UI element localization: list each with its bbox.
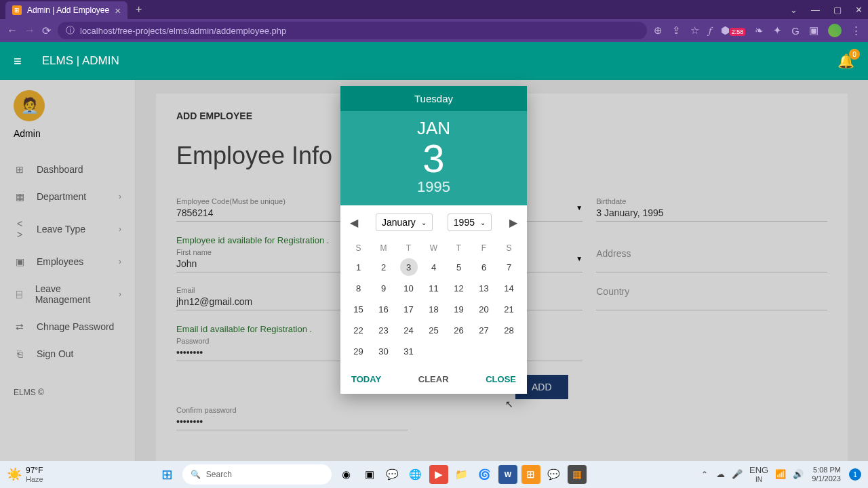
- explorer-icon[interactable]: 📁: [452, 465, 471, 484]
- day-of-week: T: [396, 239, 421, 257]
- calendar-day[interactable]: 14: [496, 278, 521, 299]
- calendar-day[interactable]: 4: [421, 257, 446, 278]
- day-of-week: W: [421, 239, 446, 257]
- onedrive-icon[interactable]: ☁: [716, 469, 725, 479]
- next-month-button[interactable]: ▶: [507, 216, 520, 229]
- back-button[interactable]: ←: [7, 24, 18, 37]
- menu-icon[interactable]: ⋮: [851, 24, 861, 37]
- calendar-day[interactable]: 22: [346, 320, 371, 341]
- app-header: ≡ ELMS | ADMIN 🔔0: [0, 42, 868, 80]
- calendar-day[interactable]: 30: [371, 341, 396, 362]
- mic-icon[interactable]: 🎤: [732, 469, 743, 479]
- temperature: 97°F: [26, 466, 43, 475]
- calendar-day[interactable]: 9: [371, 278, 396, 299]
- calendar-day[interactable]: 13: [471, 278, 496, 299]
- lang-indicator[interactable]: ENG: [749, 466, 768, 475]
- close-button[interactable]: CLOSE: [486, 374, 516, 384]
- weather-cond: Haze: [26, 475, 43, 483]
- calendar-day[interactable]: 7: [496, 257, 521, 278]
- calendar-day[interactable]: 29: [346, 341, 371, 362]
- google-icon[interactable]: G: [791, 25, 800, 37]
- calendar-day[interactable]: 6: [471, 257, 496, 278]
- maximize-button[interactable]: ▢: [833, 5, 842, 15]
- calendar-day[interactable]: 11: [421, 278, 446, 299]
- calendar-day[interactable]: 2: [371, 257, 396, 278]
- wifi-icon[interactable]: 📶: [775, 469, 786, 479]
- url-text: localhost/free-projects/elms/admin/addem…: [80, 26, 286, 36]
- sidepanel-icon[interactable]: ▣: [809, 24, 818, 37]
- profile-avatar[interactable]: [828, 24, 842, 37]
- calendar-day[interactable]: 18: [421, 299, 446, 320]
- calendar-day[interactable]: 31: [396, 341, 421, 362]
- tray-chevron-icon[interactable]: ⌃: [701, 470, 708, 479]
- menu-toggle-icon[interactable]: ≡: [14, 54, 22, 69]
- start-button[interactable]: ⊞: [158, 465, 177, 484]
- xampp-icon[interactable]: ⊞: [521, 465, 540, 484]
- clear-button[interactable]: CLEAR: [418, 374, 449, 384]
- word-icon[interactable]: W: [498, 465, 517, 484]
- calendar-day[interactable]: 28: [496, 320, 521, 341]
- browser-tab[interactable]: ⊞ Admin | Add Employee ×: [5, 1, 127, 19]
- browser-titlebar: ⊞ Admin | Add Employee × + ⌄ ― ▢ ✕: [0, 0, 868, 19]
- datepicker-year-big[interactable]: 1995: [340, 178, 527, 196]
- year-select[interactable]: 1995⌄: [448, 214, 492, 231]
- extensions-icon[interactable]: ✦: [773, 24, 782, 37]
- notifications-tray-icon[interactable]: 1: [849, 468, 861, 481]
- whatsapp-icon[interactable]: 💬: [545, 465, 564, 484]
- calendar-day[interactable]: 27: [471, 320, 496, 341]
- app-icon[interactable]: ▶: [429, 465, 448, 484]
- close-window-button[interactable]: ✕: [855, 5, 863, 15]
- edge-icon[interactable]: 🌀: [475, 465, 494, 484]
- calendar-day[interactable]: 19: [446, 299, 471, 320]
- region-indicator: IN: [749, 476, 768, 483]
- share-icon[interactable]: ⇪: [672, 24, 681, 37]
- clock[interactable]: 5:08 PM 9/1/2023: [812, 466, 841, 483]
- calendar-day[interactable]: 26: [446, 320, 471, 341]
- calendar-day[interactable]: 20: [471, 299, 496, 320]
- taskbar-search[interactable]: 🔍 Search: [182, 464, 332, 485]
- minimize-button[interactable]: ―: [811, 5, 820, 15]
- new-tab-button[interactable]: +: [136, 3, 142, 16]
- calendar-day[interactable]: 8: [346, 278, 371, 299]
- calendar-day[interactable]: 25: [421, 320, 446, 341]
- volume-icon[interactable]: 🔊: [793, 469, 804, 479]
- notifications-button[interactable]: 🔔0: [837, 53, 854, 69]
- chrome-icon[interactable]: 🌐: [406, 465, 425, 484]
- teams-icon[interactable]: 💬: [383, 465, 402, 484]
- chevron-down-icon: ⌄: [480, 219, 486, 226]
- calendar-day[interactable]: 15: [346, 299, 371, 320]
- day-of-week: S: [346, 239, 371, 257]
- close-tab-icon[interactable]: ×: [115, 5, 121, 16]
- chevron-down-icon: ⌄: [421, 219, 427, 226]
- chevron-down-icon[interactable]: ⌄: [790, 5, 797, 15]
- calendar-day[interactable]: 16: [371, 299, 396, 320]
- calendar-day[interactable]: 24: [396, 320, 421, 341]
- extension-icon[interactable]: 𝑓: [709, 24, 711, 37]
- taskbar: ☀️ 97°F Haze ⊞ 🔍 Search ◉ ▣ 💬 🌐 ▶ 📁 🌀 W …: [0, 461, 868, 488]
- site-info-icon[interactable]: ⓘ: [66, 24, 75, 37]
- calendar-day[interactable]: 21: [496, 299, 521, 320]
- weather-widget[interactable]: ☀️ 97°F Haze: [7, 466, 43, 483]
- month-select[interactable]: January⌄: [376, 214, 433, 231]
- taskview-icon[interactable]: ▣: [360, 465, 379, 484]
- calendar-day[interactable]: 1: [346, 257, 371, 278]
- calendar-day[interactable]: 12: [446, 278, 471, 299]
- calendar-day[interactable]: 17: [396, 299, 421, 320]
- forward-button[interactable]: →: [24, 24, 35, 37]
- url-input[interactable]: ⓘ localhost/free-projects/elms/admin/add…: [58, 22, 647, 39]
- bookmark-icon[interactable]: ☆: [690, 24, 699, 37]
- calendar-day[interactable]: 10: [396, 278, 421, 299]
- reload-button[interactable]: ⟳: [42, 24, 51, 37]
- calendar-day[interactable]: 3: [400, 258, 418, 276]
- leaf-icon[interactable]: ❧: [755, 24, 764, 37]
- prev-month-button[interactable]: ◀: [347, 216, 361, 229]
- calendar-day[interactable]: 5: [446, 257, 471, 278]
- sublime-icon[interactable]: ▦: [568, 465, 587, 484]
- calendar-day[interactable]: 23: [371, 320, 396, 341]
- datepicker-day-big: 3: [340, 139, 527, 178]
- copilot-icon[interactable]: ◉: [337, 465, 356, 484]
- zoom-icon[interactable]: ⊕: [654, 24, 663, 37]
- extension-badge-icon[interactable]: ⬢2:58: [721, 24, 746, 37]
- datepicker: Tuesday JAN 3 1995 ◀ January⌄ 1995⌄ ▶ SM…: [340, 86, 527, 394]
- today-button[interactable]: TODAY: [351, 374, 381, 384]
